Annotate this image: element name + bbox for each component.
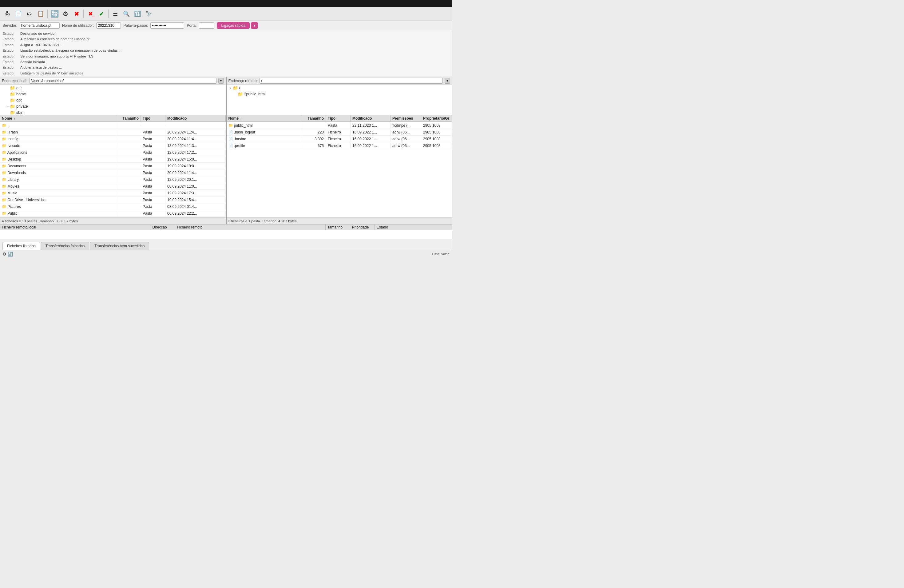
remote-col-perms[interactable]: Permissões bbox=[390, 115, 421, 122]
file-type bbox=[141, 125, 166, 126]
cancel-icon[interactable]: ✖ bbox=[72, 9, 82, 19]
queue-col-priority[interactable]: Prioridade bbox=[350, 224, 375, 230]
remote-file-row[interactable]: 📄 .profile 675 Ficheiro 16.09.2022 1... … bbox=[227, 142, 452, 149]
local-file-row[interactable]: 📁 .Trash Pasta 20.09.2024 11:4... bbox=[0, 129, 226, 136]
local-tree-item[interactable]: >📁private bbox=[0, 103, 226, 109]
file-name: 📁 .vscode bbox=[0, 143, 116, 149]
remote-file-name: 📄 .bashrc bbox=[227, 136, 302, 142]
remote-file-modified: 16.09.2022 1... bbox=[351, 143, 390, 149]
local-file-row[interactable]: 📁 Pictures Pasta 08.09.2024 01:4... bbox=[0, 203, 226, 210]
local-file-row[interactable]: 📁 Music Pasta 12.09.2024 17:3... bbox=[0, 190, 226, 196]
file-size bbox=[116, 138, 141, 140]
file-size bbox=[116, 206, 141, 207]
local-file-row[interactable]: 📁 OneDrive - Universida.. Pasta 19.09.20… bbox=[0, 196, 226, 203]
local-tree[interactable]: 📁etc📁home📁opt>📁private📁sbin📁tmp>📁usr>📁va… bbox=[0, 85, 226, 115]
local-file-row[interactable]: 📁 Applications Pasta 12.09.2024 17:2... bbox=[0, 149, 226, 156]
port-input[interactable] bbox=[199, 22, 214, 28]
remote-file-row[interactable]: 📄 .bashrc 3 392 Ficheiro 16.09.2022 1...… bbox=[227, 136, 452, 142]
remote-address-input[interactable] bbox=[259, 78, 443, 84]
file-type: Pasta bbox=[141, 150, 166, 155]
remote-file-row[interactable]: 📄 .bash_logout 220 Ficheiro 16.09.2022 1… bbox=[227, 129, 452, 136]
local-col-type[interactable]: Tipo bbox=[141, 115, 166, 122]
local-file-row[interactable]: 📁 .. bbox=[0, 122, 226, 129]
queue-col-status[interactable]: Estado bbox=[375, 224, 452, 230]
local-file-row[interactable]: 📁 Library Pasta 12.09.2024 20:1... bbox=[0, 176, 226, 183]
local-col-name[interactable]: Nome ↑ bbox=[0, 115, 116, 122]
local-panel: Endereço local: ▼ 📁etc📁home📁opt>📁private… bbox=[0, 77, 227, 224]
local-tree-item[interactable]: 📁sbin bbox=[0, 109, 226, 115]
file-type: Pasta bbox=[141, 143, 166, 149]
remote-col-size[interactable]: Tamanho bbox=[301, 115, 326, 122]
local-tree-item[interactable]: 📁etc bbox=[0, 85, 226, 91]
tab-icon[interactable]: 🗂 bbox=[25, 9, 35, 19]
site-manager-icon[interactable]: 📄 bbox=[14, 9, 24, 19]
local-tree-item[interactable]: 📁opt bbox=[0, 97, 226, 103]
remote-tree[interactable]: ▾📁/📁? public_html bbox=[227, 85, 452, 115]
queue-icon[interactable]: ☰ bbox=[111, 9, 120, 19]
tab-success[interactable]: Transferências bem sucedidas bbox=[90, 242, 149, 250]
remote-tree-root[interactable]: ▾📁/ bbox=[227, 85, 452, 91]
remote-col-name[interactable]: Nome ↑ bbox=[227, 115, 302, 122]
file-type: Pasta bbox=[141, 211, 166, 216]
remote-file-name: 📁 public_html bbox=[227, 123, 302, 128]
file-size bbox=[116, 213, 141, 214]
check-icon[interactable]: ✔ bbox=[96, 9, 106, 19]
file-type: Pasta bbox=[141, 136, 166, 142]
remote-file-name: 📄 .profile bbox=[227, 143, 302, 149]
status-line: Estado:A resolver o endereço de home.fa.… bbox=[2, 36, 450, 42]
refresh-status-icon[interactable]: 🔄 bbox=[8, 251, 13, 256]
queue-col-direction[interactable]: Direcção bbox=[150, 224, 175, 230]
remote-col-modified[interactable]: Modificado bbox=[351, 115, 390, 122]
delete-transfer-icon[interactable]: ✖ — bbox=[85, 9, 95, 19]
remote-address-bar: Endereço remoto: ▼ bbox=[227, 77, 452, 85]
file-size bbox=[116, 179, 141, 180]
file-modified: 19.09.2024 15:4... bbox=[166, 197, 226, 203]
local-address-label: Endereço local: bbox=[2, 79, 27, 83]
remote-col-owner[interactable]: Proprietário/Gr bbox=[421, 115, 452, 122]
tab-failed[interactable]: Transferências falhadas bbox=[41, 242, 90, 250]
pass-input[interactable] bbox=[150, 22, 184, 28]
remote-panel: Endereço remoto: ▼ ▾📁/📁? public_html Nom… bbox=[227, 77, 452, 224]
local-file-row[interactable]: 📁 Desktop Pasta 19.09.2024 15:0... bbox=[0, 156, 226, 163]
remote-file-modified: 22.11.2023 1... bbox=[351, 123, 390, 128]
connect-button[interactable]: Ligação rápida bbox=[217, 22, 250, 29]
search-icon[interactable]: 🔍 bbox=[122, 9, 131, 19]
remote-tree-public-html[interactable]: 📁? public_html bbox=[227, 91, 452, 97]
file-type: Pasta bbox=[141, 204, 166, 209]
local-tree-item[interactable]: 📁home bbox=[0, 91, 226, 97]
remote-address-dropdown[interactable]: ▼ bbox=[445, 78, 450, 84]
local-address-input[interactable] bbox=[29, 78, 217, 84]
file-size bbox=[116, 193, 141, 194]
remote-file-size bbox=[301, 125, 326, 126]
local-file-row[interactable]: 📁 Movies Pasta 08.09.2024 11:0... bbox=[0, 183, 226, 190]
filter-icon[interactable]: ⚙ bbox=[60, 9, 70, 19]
local-file-row[interactable]: 📁 Public Pasta 06.09.2024 22:2... bbox=[0, 210, 226, 217]
queue-col-remote-file[interactable]: Ficheiro remoto bbox=[175, 224, 325, 230]
connection-manager-icon[interactable]: 🖧 bbox=[2, 9, 12, 19]
server-input[interactable] bbox=[20, 22, 60, 28]
user-input[interactable] bbox=[96, 22, 121, 28]
queue-col-size[interactable]: Tamanho bbox=[326, 224, 350, 230]
connect-dropdown-button[interactable]: ▼ bbox=[251, 22, 258, 29]
local-file-row[interactable]: 📁 Documents Pasta 19.09.2024 19:0... bbox=[0, 163, 226, 169]
file-name: 📁 Downloads bbox=[0, 170, 116, 175]
local-file-row[interactable]: 📁 .config Pasta 20.09.2024 11:4... bbox=[0, 136, 226, 142]
file-type: Pasta bbox=[141, 183, 166, 189]
settings-icon[interactable]: ⚙ bbox=[2, 251, 6, 256]
local-file-row[interactable]: 📁 Downloads Pasta 20.09.2024 11:4... bbox=[0, 169, 226, 176]
remote-col-type[interactable]: Tipo bbox=[326, 115, 351, 122]
remote-file-row[interactable]: 📁 public_html Pasta 22.11.2023 1... flcd… bbox=[227, 122, 452, 129]
tab-listed[interactable]: Ficheiros listados bbox=[2, 242, 40, 250]
sync-icon[interactable]: 🔃 bbox=[133, 9, 142, 19]
local-address-dropdown[interactable]: ▼ bbox=[218, 78, 224, 84]
queue-col-remote-local[interactable]: Ficheiro remoto/local bbox=[0, 224, 150, 230]
file-modified: 20.09.2024 11:4... bbox=[166, 170, 226, 175]
binoculars-icon[interactable]: 🔭 bbox=[144, 9, 153, 19]
local-file-list: 📁 .. 📁 .Trash Pasta 20.09.2024 11:4... 📁… bbox=[0, 122, 226, 217]
local-file-row[interactable]: 📁 .vscode Pasta 13.09.2024 11:3... bbox=[0, 142, 226, 149]
tab2-icon[interactable]: 📋 bbox=[36, 9, 46, 19]
refresh-icon[interactable]: 🔄 bbox=[49, 9, 59, 19]
remote-file-type: Ficheiro bbox=[326, 143, 351, 149]
local-col-modified[interactable]: Modificado bbox=[166, 115, 226, 122]
local-col-size[interactable]: Tamanho bbox=[116, 115, 141, 122]
